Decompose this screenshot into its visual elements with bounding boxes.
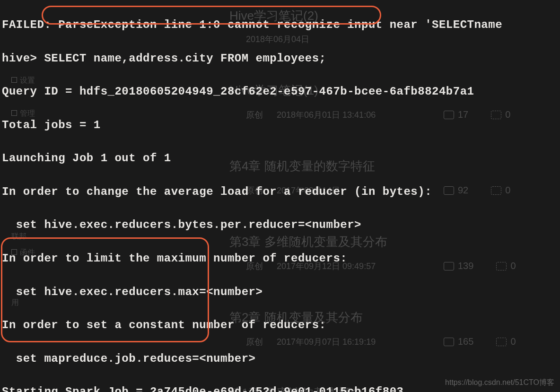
sql-command: SELECT name,address.city FROM employees; xyxy=(37,52,326,65)
terminal-line: set hive.exec.reducers.max=<number> xyxy=(2,284,558,300)
terminal-output[interactable]: FAILED: ParseException line 1:0 cannot r… xyxy=(0,0,560,392)
terminal-line: In order to limit the maximum number of … xyxy=(2,250,558,267)
terminal-line: set mapreduce.job.reduces=<number> xyxy=(2,350,558,367)
terminal-line-error: FAILED: ParseException line 1:0 cannot r… xyxy=(2,17,558,33)
hive-prompt: hive> xyxy=(2,52,37,65)
terminal-line: In order to set a constant number of red… xyxy=(2,317,558,333)
terminal-line: Launching Job 1 out of 1 xyxy=(2,150,558,166)
terminal-line: set hive.exec.reducers.bytes.per.reducer… xyxy=(2,217,558,233)
terminal-line: In order to change the average load for … xyxy=(2,183,558,200)
terminal-line: Query ID = hdfs_20180605204949_28cf62e2-… xyxy=(2,83,558,100)
watermark-text: https://blog.csdn.net/51CTO博客 xyxy=(445,377,554,388)
terminal-line: Total jobs = 1 xyxy=(2,117,558,133)
terminal-line-cmd: hive> SELECT name,address.city FROM empl… xyxy=(2,50,558,67)
